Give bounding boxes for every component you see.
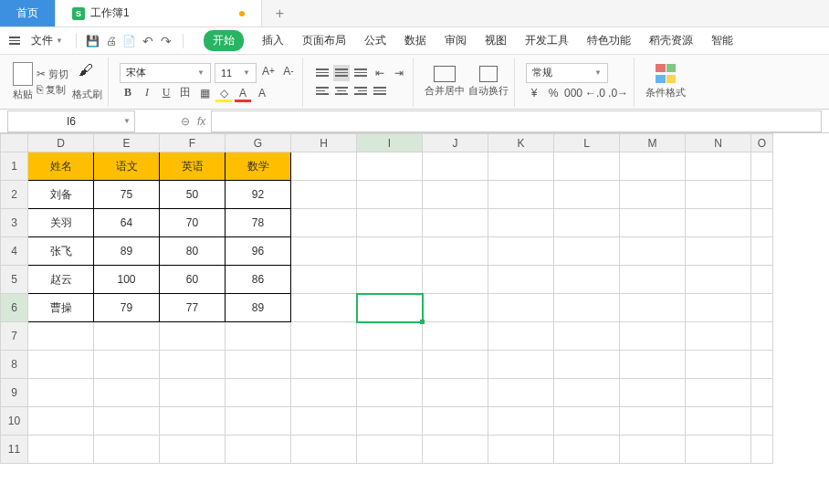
cell[interactable]: 89 bbox=[226, 294, 291, 322]
ribbon-tab-data[interactable]: 数据 bbox=[404, 31, 426, 50]
cell[interactable] bbox=[357, 436, 423, 464]
column-header[interactable]: L bbox=[554, 134, 620, 152]
new-tab-button[interactable]: + bbox=[262, 0, 298, 26]
cell[interactable]: 79 bbox=[94, 294, 160, 322]
cell[interactable] bbox=[554, 209, 620, 237]
hamburger-icon[interactable] bbox=[9, 37, 20, 45]
paste-button[interactable]: 粘贴 bbox=[13, 62, 33, 101]
row-header[interactable]: 10 bbox=[1, 407, 28, 436]
cell[interactable]: 语文 bbox=[94, 152, 160, 181]
cell[interactable] bbox=[291, 379, 357, 407]
indent-increase-button[interactable]: ⇥ bbox=[391, 65, 407, 81]
cell[interactable] bbox=[488, 351, 554, 379]
ribbon-tab-special[interactable]: 特色功能 bbox=[587, 31, 631, 50]
cell[interactable] bbox=[291, 351, 357, 379]
cell[interactable] bbox=[686, 209, 751, 237]
cell[interactable] bbox=[554, 294, 620, 322]
cell[interactable]: 89 bbox=[94, 237, 160, 266]
cell[interactable] bbox=[423, 209, 488, 237]
column-header[interactable]: G bbox=[226, 134, 291, 152]
cell[interactable] bbox=[620, 152, 686, 181]
cell[interactable] bbox=[28, 436, 94, 464]
row-header[interactable]: 8 bbox=[1, 351, 28, 379]
decimal-increase-button[interactable]: ←.0 bbox=[585, 85, 605, 101]
cell[interactable]: 数学 bbox=[226, 152, 291, 181]
cell[interactable] bbox=[620, 209, 686, 237]
cell[interactable] bbox=[357, 152, 423, 181]
underline-button[interactable]: U bbox=[158, 85, 174, 101]
border-button[interactable]: 田 bbox=[177, 85, 194, 101]
ribbon-tab-view[interactable]: 视图 bbox=[485, 31, 507, 50]
cell[interactable]: 75 bbox=[94, 181, 160, 209]
cell[interactable] bbox=[686, 407, 751, 436]
row-header[interactable]: 9 bbox=[1, 379, 28, 407]
cell[interactable]: 刘备 bbox=[28, 181, 94, 209]
align-top-button[interactable] bbox=[314, 65, 331, 81]
indent-decrease-button[interactable]: ⇤ bbox=[372, 65, 388, 81]
cut-button[interactable]: 剪切 bbox=[37, 68, 68, 81]
cell[interactable] bbox=[488, 266, 554, 294]
cell[interactable] bbox=[488, 237, 554, 266]
cell[interactable] bbox=[488, 379, 554, 407]
cell[interactable] bbox=[751, 237, 773, 266]
cell[interactable] bbox=[488, 209, 554, 237]
cell[interactable] bbox=[488, 181, 554, 209]
row-header[interactable]: 1 bbox=[1, 152, 28, 181]
ribbon-tab-smart[interactable]: 智能 bbox=[711, 31, 733, 50]
cell[interactable] bbox=[620, 436, 686, 464]
cell[interactable] bbox=[686, 181, 751, 209]
cell[interactable] bbox=[554, 237, 620, 266]
cell[interactable] bbox=[751, 181, 773, 209]
cell[interactable] bbox=[357, 407, 423, 436]
cell[interactable] bbox=[226, 351, 291, 379]
cell[interactable] bbox=[620, 237, 686, 266]
column-header[interactable]: I bbox=[357, 134, 423, 152]
cell[interactable] bbox=[751, 379, 773, 407]
comma-button[interactable]: 000 bbox=[564, 85, 582, 101]
ribbon-tab-start[interactable]: 开始 bbox=[204, 30, 244, 51]
align-center-button[interactable] bbox=[333, 83, 350, 100]
cell[interactable]: 96 bbox=[226, 237, 291, 266]
fx-label[interactable]: fx bbox=[197, 115, 205, 128]
column-header[interactable]: E bbox=[94, 134, 160, 152]
cell[interactable] bbox=[554, 436, 620, 464]
cell[interactable] bbox=[488, 152, 554, 181]
cell[interactable] bbox=[291, 436, 357, 464]
cell[interactable] bbox=[423, 407, 488, 436]
ribbon-tab-insert[interactable]: 插入 bbox=[262, 31, 284, 50]
cell[interactable] bbox=[357, 294, 423, 322]
cell[interactable] bbox=[357, 237, 423, 266]
cell[interactable] bbox=[554, 152, 620, 181]
cell[interactable] bbox=[554, 322, 620, 351]
undo-button[interactable] bbox=[141, 34, 155, 48]
cell[interactable] bbox=[28, 379, 94, 407]
cell[interactable] bbox=[686, 351, 751, 379]
font-size-select[interactable]: 11▼ bbox=[215, 63, 257, 83]
save-button[interactable] bbox=[86, 34, 100, 48]
cell[interactable] bbox=[751, 209, 773, 237]
cell[interactable] bbox=[751, 351, 773, 379]
row-header[interactable]: 4 bbox=[1, 237, 28, 266]
cell[interactable] bbox=[620, 294, 686, 322]
cell[interactable] bbox=[423, 294, 488, 322]
bold-button[interactable]: B bbox=[120, 85, 136, 101]
row-header[interactable]: 2 bbox=[1, 181, 28, 209]
print-button[interactable] bbox=[104, 34, 119, 48]
cell[interactable] bbox=[357, 351, 423, 379]
cell[interactable] bbox=[686, 379, 751, 407]
percent-button[interactable]: % bbox=[545, 85, 561, 101]
row-header[interactable]: 3 bbox=[1, 209, 28, 237]
column-header[interactable]: H bbox=[291, 134, 357, 152]
merge-center-button[interactable]: 合并居中 bbox=[425, 66, 465, 98]
cell[interactable] bbox=[620, 322, 686, 351]
cell[interactable]: 78 bbox=[226, 209, 291, 237]
cell[interactable] bbox=[686, 322, 751, 351]
cell[interactable]: 英语 bbox=[160, 152, 226, 181]
cell[interactable] bbox=[620, 266, 686, 294]
cell[interactable] bbox=[94, 351, 160, 379]
cell[interactable] bbox=[554, 266, 620, 294]
cell[interactable] bbox=[160, 379, 226, 407]
cell[interactable] bbox=[423, 181, 488, 209]
ribbon-tab-resources[interactable]: 稻壳资源 bbox=[649, 31, 693, 50]
cell[interactable] bbox=[28, 351, 94, 379]
